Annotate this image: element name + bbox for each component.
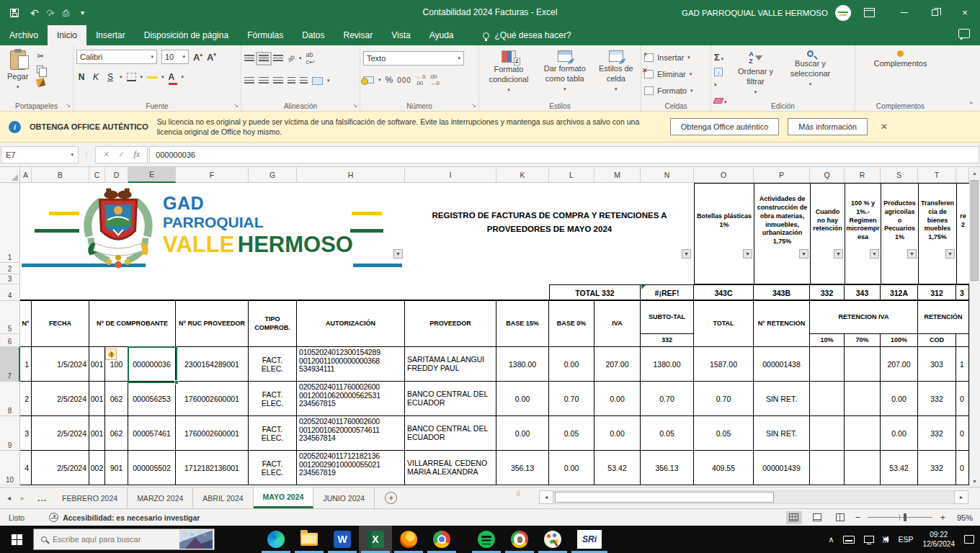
column-header-Q[interactable]: Q [810, 167, 845, 183]
cell-N7[interactable]: 1380.00 [641, 347, 694, 382]
table-header-QRS[interactable]: RETENCION IVA [810, 301, 918, 334]
table-header-TU[interactable]: RETENCIÓN [918, 301, 969, 334]
cell-O7[interactable]: 1587.00 [694, 347, 754, 382]
vscroll-up-icon[interactable]: ▲ [969, 167, 980, 179]
column-header-G[interactable]: G [249, 167, 297, 183]
filter-header-T[interactable]: Transferencia de bienes muebles 1,75% [918, 183, 957, 284]
cell-O4[interactable]: 343C [694, 284, 754, 301]
filter-arrow-h1-icon[interactable]: ▼ [393, 249, 403, 258]
cell-Q4[interactable]: 332 [810, 284, 845, 301]
cell-U10[interactable]: 0 [956, 451, 969, 485]
sheet-nav-right-icon[interactable]: ▸ [21, 494, 24, 502]
cell-C9[interactable]: 001 [89, 416, 105, 451]
column-header-M[interactable]: M [594, 167, 641, 183]
network-icon[interactable] [864, 536, 874, 543]
table-header-P[interactable]: Nº RETENCION [754, 301, 810, 347]
column-header-I[interactable]: I [405, 167, 496, 183]
cell-M9[interactable]: 0.00 [594, 416, 641, 451]
row-header-10[interactable]: 10 [0, 451, 20, 485]
hscroll-right-icon[interactable]: ▸ [954, 490, 968, 504]
cell-H9[interactable]: 02052024011760002600 0012001062000057461… [297, 416, 405, 451]
hscroll-track[interactable] [553, 490, 954, 504]
accessibility-status[interactable]: Accesibilidad: es necesario investigar [49, 513, 200, 522]
cell-B9[interactable]: 2/5/2024 [32, 416, 89, 451]
cell-A7[interactable]: 1 [20, 347, 32, 382]
zoom-slider-thumb[interactable] [904, 513, 906, 521]
cell-F9[interactable]: 1760002600001 [176, 416, 249, 451]
taskbar-explorer-icon[interactable] [293, 526, 326, 553]
table-header-K[interactable]: BASE 15% [496, 301, 549, 347]
cell-U8[interactable]: 0 [956, 382, 969, 416]
cell-M10[interactable]: 53.42 [594, 451, 641, 485]
cell-D10[interactable]: 901 [105, 451, 128, 485]
cell-P10[interactable]: 000001439 [754, 451, 810, 485]
sheet-tab-mayo-2024[interactable]: MAYO 2024 [254, 487, 314, 508]
cell-S10[interactable]: 53.42 [881, 451, 918, 485]
filter-arrow-title-icon[interactable]: ▼ [682, 249, 691, 258]
taskbar-search[interactable] [33, 529, 215, 550]
table-header-G[interactable]: TIPO COMPROB. [249, 301, 297, 347]
row-header-4[interactable]: 4 [0, 284, 20, 301]
cell-B10[interactable]: 2/5/2024 [32, 451, 89, 485]
cell-B7[interactable]: 1/5/2024 [32, 347, 89, 382]
table-header-M[interactable]: IVA [594, 301, 641, 347]
cell-D9[interactable]: 062 [105, 416, 128, 451]
sheet-tab-junio-2024[interactable]: JUNIO 2024 [313, 487, 375, 508]
cell-S4[interactable]: 312A [881, 284, 918, 301]
cell-L4[interactable]: TOTAL 332 [549, 284, 641, 301]
taskbar-paint-icon[interactable] [536, 526, 569, 553]
cell-N4[interactable]: #¡REF! [641, 284, 694, 301]
tab-splitter-handle[interactable]: ⠿ [516, 493, 522, 495]
filter-arrow-R-icon[interactable]: ▼ [870, 249, 879, 258]
cell-O9[interactable]: 0.05 [694, 416, 754, 451]
horizontal-scrollbar[interactable]: ◂ ▸ [539, 490, 968, 504]
cell-I9[interactable]: BANCO CENTRAL DEL ECUADOR [405, 416, 496, 451]
cell-N8[interactable]: 0.70 [641, 382, 694, 416]
row-header-5[interactable]: 5 [0, 301, 20, 334]
cell-B8[interactable]: 2/5/2024 [32, 382, 89, 416]
cell-U4[interactable]: 3 [956, 284, 969, 301]
cell-S7[interactable]: 207.00 [881, 347, 918, 382]
filter-header-O[interactable]: Botellas plásticas 1% [694, 183, 754, 284]
table-header-O[interactable]: TOTAL [694, 301, 754, 347]
cell-T10[interactable]: 332 [918, 451, 956, 485]
selection-fill-handle[interactable] [174, 380, 179, 385]
more-sheets-icon[interactable]: ... [32, 487, 53, 508]
cell-T4[interactable]: 312 [918, 284, 956, 301]
cell-I8[interactable]: BANCO CENTRAL DEL ECUADOR [405, 382, 496, 416]
volume-icon[interactable]: ))) [883, 536, 888, 543]
cell-A8[interactable]: 2 [20, 382, 32, 416]
page-layout-view-button[interactable] [809, 511, 825, 524]
zoom-level[interactable]: 95% [953, 513, 973, 522]
filter-arrow-O-icon[interactable]: ▼ [743, 249, 752, 258]
cell-T9[interactable]: 332 [918, 416, 956, 451]
sheet-nav-left-icon[interactable]: ◂ [7, 494, 11, 502]
taskbar-word-icon[interactable]: W [326, 526, 359, 553]
column-header-T[interactable]: T [918, 167, 956, 183]
cell-S9[interactable]: 0.00 [881, 416, 918, 451]
hidden-icons-chevron[interactable]: ∧ [828, 535, 834, 544]
zoom-out-button[interactable]: − [855, 512, 861, 523]
cell-L8[interactable]: 0.70 [549, 382, 594, 416]
cell-M7[interactable]: 207.00 [594, 347, 641, 382]
row-header-7[interactable]: 7 [0, 347, 20, 382]
filter-header-partial[interactable]: re 2 [956, 183, 970, 284]
column-header-C[interactable]: C [89, 167, 105, 183]
taskbar-chrome-icon[interactable] [425, 526, 458, 553]
column-header-S[interactable]: S [881, 167, 918, 183]
column-header-B[interactable]: B [32, 167, 89, 183]
cell-F7[interactable]: 2300154289001 [176, 347, 249, 382]
table-header-H[interactable]: AUTORIZACIÓN [297, 301, 405, 347]
hscroll-thumb[interactable] [555, 492, 774, 503]
cell-H10[interactable]: 02052024011712182136 0012002901000005502… [297, 451, 405, 485]
cell-P9[interactable]: SIN RET. [754, 416, 810, 451]
cell-H7[interactable]: 01052024012300154289 0012001100000000036… [297, 347, 405, 382]
taskbar-clock[interactable]: 09:22 12/6/2024 [923, 530, 956, 549]
table-header-F[interactable]: Nº RUC PROVEEDOR [176, 301, 249, 347]
cell-S8[interactable]: 0.00 [881, 382, 918, 416]
taskbar-firefox-icon[interactable] [392, 526, 425, 553]
column-header-F[interactable]: F [176, 167, 249, 183]
column-header-A[interactable]: A [20, 167, 32, 183]
taskbar-edge-icon[interactable] [259, 526, 293, 553]
vscroll-thumb[interactable] [971, 180, 979, 281]
